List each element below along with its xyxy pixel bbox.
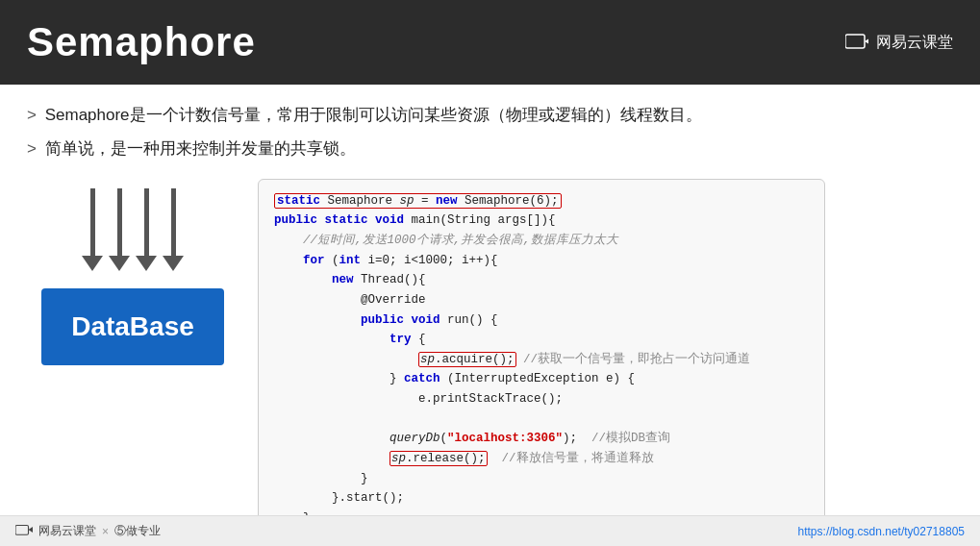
arrow-shaft-3 <box>144 188 149 256</box>
code-line-2: public static void main(String args[]){ <box>274 211 809 231</box>
arrow-head-3 <box>136 256 157 271</box>
left-panel: DataBase <box>27 179 239 365</box>
brand-icon <box>845 33 868 52</box>
arrow-shaft-4 <box>171 188 176 256</box>
arrow-shaft-1 <box>90 188 95 256</box>
arrow-icon-1: > <box>27 106 37 124</box>
arrow-head-2 <box>109 256 130 271</box>
main-visual: DataBase static Semaphore sp = new Semap… <box>27 179 953 546</box>
database-box: DataBase <box>41 288 224 365</box>
code-line-5: new Thread(){ <box>274 270 809 290</box>
code-line-8: try { <box>274 330 809 350</box>
brand-logo: 网易云课堂 <box>845 33 953 53</box>
code-line-3: //短时间,发送1000个请求,并发会很高,数据库压力太大 <box>274 231 809 251</box>
footer-brand-icon <box>15 524 33 538</box>
svg-rect-0 <box>845 35 865 48</box>
code-line-10: } catch (InterruptedException e) { <box>274 369 809 389</box>
footer-separator: × <box>102 525 109 538</box>
code-line-4: for (int i=0; i<1000; i++){ <box>274 251 809 271</box>
svg-rect-2 <box>15 526 29 535</box>
footer: 网易云课堂 × ⑤做专业 https://blog.csdn.net/ty027… <box>0 515 980 546</box>
arrow-head-4 <box>163 256 184 271</box>
footer-brand-name: 网易云课堂 <box>38 523 96 539</box>
code-line-13: queryDb("localhost:3306"); //模拟DB查询 <box>274 429 809 449</box>
footer-url: https://blog.csdn.net/ty02718805 <box>798 525 965 538</box>
page-title: Semaphore <box>27 19 256 65</box>
code-line-7: public void run() { <box>274 310 809 331</box>
arrow-down-4 <box>163 188 184 271</box>
desc-text-1: Semaphore是一个计数信号量，常用于限制可以访问某些资源（物理或逻辑的）线… <box>45 106 702 124</box>
code-line-11: e.printStackTrace(); <box>274 389 809 410</box>
footer-partner: ⑤做专业 <box>114 523 161 539</box>
header: Semaphore 网易云课堂 <box>0 0 980 85</box>
arrow-down-1 <box>82 188 103 271</box>
code-panel: static Semaphore sp = new Semaphore(6); … <box>258 179 825 546</box>
arrow-head-1 <box>82 256 103 271</box>
code-line-15: } <box>274 469 809 489</box>
arrow-down-3 <box>136 188 157 271</box>
content-area: > Semaphore是一个计数信号量，常用于限制可以访问某些资源（物理或逻辑的… <box>0 85 980 546</box>
code-line-9: sp.acquire(); //获取一个信号量，即抢占一个访问通道 <box>274 350 809 370</box>
code-line-6: @Override <box>274 290 809 310</box>
arrow-icon-2: > <box>27 139 37 158</box>
desc-line-2: > 简单说，是一种用来控制并发量的共享锁。 <box>27 136 953 163</box>
arrow-shaft-2 <box>117 188 122 256</box>
arrows-container <box>82 188 184 271</box>
code-line-1: static Semaphore sp = new Semaphore(6); <box>274 191 809 211</box>
arrow-down-2 <box>109 188 130 271</box>
desc-line-1: > Semaphore是一个计数信号量，常用于限制可以访问某些资源（物理或逻辑的… <box>27 102 953 130</box>
database-label: DataBase <box>71 311 194 342</box>
footer-left: 网易云课堂 × ⑤做专业 <box>15 523 161 539</box>
code-line-16: }.start(); <box>274 488 809 509</box>
svg-marker-3 <box>29 527 34 533</box>
desc-text-2: 简单说，是一种用来控制并发量的共享锁。 <box>45 139 356 158</box>
code-line-12 <box>274 410 809 430</box>
code-line-14: sp.release(); //释放信号量，将通道释放 <box>274 449 809 469</box>
brand-name: 网易云课堂 <box>876 33 953 53</box>
